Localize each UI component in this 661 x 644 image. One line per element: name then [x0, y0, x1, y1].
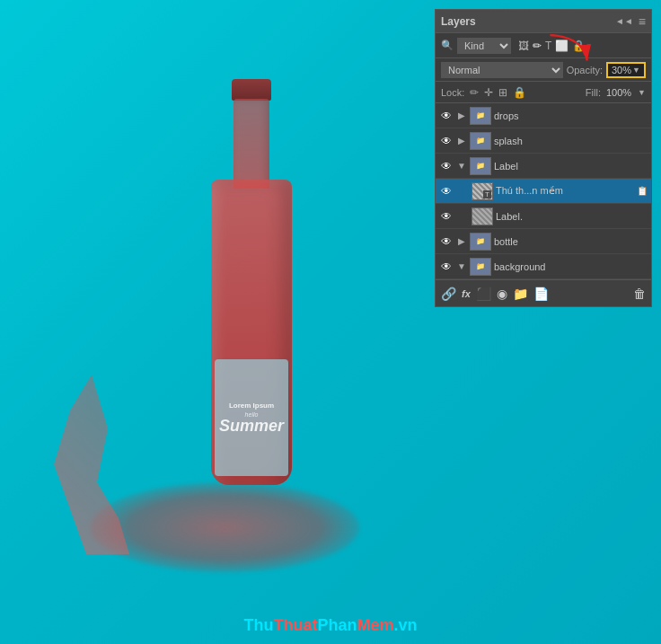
watermark-phan: Phan	[317, 616, 357, 634]
filter-type-icon[interactable]: T	[545, 40, 551, 52]
blend-row: Normal Opacity: 30% ▼	[436, 58, 651, 82]
label-summer: Summer	[219, 418, 284, 434]
fill-value: 100%	[606, 87, 631, 98]
layer-thumb-label-layer	[472, 207, 493, 225]
delete-icon[interactable]: 🗑	[633, 287, 646, 301]
layer-list: 👁 ▶ 📁 drops 👁 ▶ 📁 splash 👁 ▼ 📁 Label 👁 T	[436, 103, 651, 279]
layer-name-label-group: Label	[494, 161, 648, 172]
filter-pixel-icon[interactable]: 🖼	[518, 40, 529, 52]
artboard-icon[interactable]: 📄	[533, 287, 549, 301]
lock-position-icon[interactable]: ✛	[484, 86, 493, 99]
watermark-vn: .vn	[394, 616, 418, 634]
lock-all-icon[interactable]: 🔒	[513, 86, 526, 99]
layer-name-thu: Thú th...n mềm	[496, 185, 634, 197]
eye-icon-splash[interactable]: 👁	[439, 134, 454, 148]
layer-extra-thu[interactable]: 📋	[637, 186, 648, 196]
opacity-number: 30%	[612, 65, 631, 75]
bottle: Lorem Ipsum hello Summer	[162, 72, 341, 575]
layer-item-label-group[interactable]: 👁 ▼ 📁 Label	[436, 154, 651, 179]
bottle-label: Lorem Ipsum hello Summer	[215, 359, 288, 476]
search-row: 🔍 Kind 🖼 ✏ T ⬜ 🔒	[436, 33, 651, 58]
blend-mode-select[interactable]: Normal	[441, 62, 563, 78]
layer-item-bottle[interactable]: 👁 ▶ 📁 bottle	[436, 229, 651, 254]
lock-pixel-icon[interactable]: ✏	[470, 86, 479, 99]
watermark-thu: Thu	[243, 616, 273, 634]
layer-thumb-drops: 📁	[470, 107, 491, 125]
eye-icon-label[interactable]: 👁	[439, 159, 454, 173]
filter-adjust-icon[interactable]: ✏	[533, 40, 542, 52]
kind-select[interactable]: Kind	[457, 38, 511, 54]
expand-icon-label[interactable]: ▼	[456, 161, 467, 172]
layers-panel: Layers ◄◄ ≡ 🔍 Kind 🖼 ✏ T ⬜ 🔒 Normal Opac…	[435, 9, 652, 307]
filter-icons: 🖼 ✏ T ⬜ 🔒	[518, 40, 586, 52]
layer-item-label-layer[interactable]: 👁 Label.	[436, 204, 651, 229]
adjustment-icon[interactable]: ◉	[497, 287, 507, 301]
layer-item-background[interactable]: 👁 ▼ 📁 background	[436, 254, 651, 279]
layer-thumb-bottle: 📁	[470, 233, 491, 251]
opacity-value-box[interactable]: 30% ▼	[606, 62, 646, 78]
eye-icon-background[interactable]: 👁	[439, 260, 454, 274]
layer-name-label-layer: Label.	[496, 211, 648, 222]
eye-icon-drops[interactable]: 👁	[439, 109, 454, 123]
layer-thumb-background: 📁	[470, 258, 491, 276]
layer-name-background: background	[494, 261, 648, 272]
label-lorem: Lorem Ipsum	[229, 401, 274, 410]
lock-artboard-icon[interactable]: ⊞	[498, 86, 507, 99]
eye-icon-label-layer[interactable]: 👁	[439, 209, 454, 224]
panel-controls: ◄◄ ≡	[615, 14, 646, 29]
fill-dropdown-icon[interactable]: ▼	[638, 88, 646, 97]
layer-item-thu-n-mem[interactable]: 👁 T Thú th...n mềm 📋	[436, 179, 651, 204]
layer-thumb-thu: T	[472, 182, 493, 200]
lock-label: Lock:	[441, 87, 464, 98]
lock-row: Lock: ✏ ✛ ⊞ 🔒 Fill: 100% ▼	[436, 82, 651, 103]
panel-menu-button[interactable]: ≡	[639, 14, 646, 29]
collapse-button[interactable]: ◄◄	[615, 16, 633, 26]
layer-thumb-splash: 📁	[470, 132, 491, 150]
watermark-thuat: Thuat	[273, 616, 317, 634]
layer-name-bottle: bottle	[494, 236, 648, 247]
filter-shape-icon[interactable]: ⬜	[555, 40, 568, 52]
bottle-neck	[234, 99, 269, 189]
expand-icon-bottle[interactable]: ▶	[456, 236, 467, 247]
fill-label: Fill:	[586, 87, 601, 98]
group-icon[interactable]: 📁	[513, 287, 528, 301]
filter-smart-icon[interactable]: 🔒	[572, 40, 586, 52]
layer-name-drops: drops	[494, 110, 648, 121]
panel-title: Layers	[441, 15, 476, 28]
fx-button[interactable]: fx	[462, 288, 471, 299]
search-icon: 🔍	[441, 40, 454, 51]
opacity-label: Opacity:	[567, 65, 603, 75]
layer-name-splash: splash	[494, 136, 648, 146]
bottle-cap	[232, 79, 271, 101]
panel-toolbar: 🔗 fx ⬛ ◉ 📁 📄 🗑	[436, 279, 651, 306]
link-icon[interactable]: 🔗	[441, 287, 456, 301]
expand-icon-background[interactable]: ▼	[456, 261, 467, 272]
layer-item-drops[interactable]: 👁 ▶ 📁 drops	[436, 103, 651, 128]
opacity-dropdown-icon[interactable]: ▼	[632, 66, 640, 75]
expand-icon-splash[interactable]: ▶	[456, 136, 467, 146]
mask-icon[interactable]: ⬛	[476, 287, 491, 301]
panel-header: Layers ◄◄ ≡	[436, 10, 651, 33]
expand-icon-drops[interactable]: ▶	[456, 110, 467, 121]
layer-item-splash[interactable]: 👁 ▶ 📁 splash	[436, 128, 651, 154]
lock-icons: ✏ ✛ ⊞ 🔒	[470, 86, 526, 99]
eye-icon-bottle[interactable]: 👁	[439, 234, 454, 249]
bottle-body: Lorem Ipsum hello Summer	[211, 180, 292, 485]
watermark-mem: Mem	[357, 616, 393, 634]
watermark: ThuThuatPhanMem.vn	[0, 616, 661, 635]
layer-thumb-label: 📁	[470, 157, 491, 175]
eye-icon-thu[interactable]: 👁	[439, 184, 454, 198]
